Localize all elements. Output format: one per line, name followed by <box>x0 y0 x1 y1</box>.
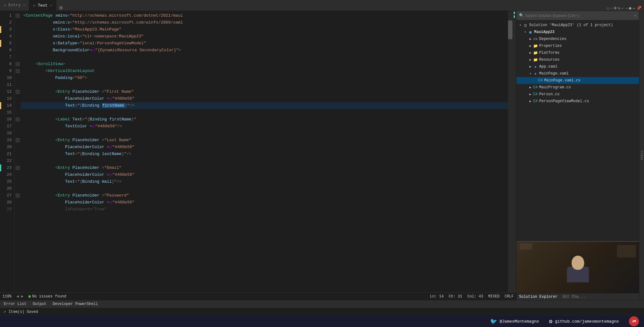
toolbar-icon-pencil[interactable]: ✏ <box>633 6 635 11</box>
se-item-properties[interactable]: ▶ 📁 Properties <box>517 42 639 49</box>
se-item-solution[interactable]: ▾ ◫ Solution 'MauiApp23' (1 of 1 project… <box>517 22 639 29</box>
se-item-platforms[interactable]: ▶ 📁 Platforms <box>517 49 639 56</box>
mainpagexaml-icon: ◈ <box>533 71 538 76</box>
github-handle: github.com/jamesmontemagno <box>555 319 619 324</box>
se-properties-label: Properties <box>539 44 562 48</box>
items-saved-label: ✓ <box>4 309 6 314</box>
code-line-26 <box>21 185 508 192</box>
tab-entry[interactable]: ◇ Entry ✕ <box>0 0 29 11</box>
scrollbar-thumb[interactable] <box>508 20 512 39</box>
mauiprogramcs-noarrow: ▶ <box>528 85 533 90</box>
vertical-scrollbar[interactable] <box>508 11 512 292</box>
toolbar-icon-back[interactable]: ← <box>622 6 624 11</box>
collapse-16[interactable]: - <box>16 118 20 121</box>
webcam-overlay <box>517 241 639 293</box>
se-tree: ▾ ◫ Solution 'MauiApp23' (1 of 1 project… <box>517 20 639 241</box>
toolbar-icon-stop[interactable]: ◼ <box>629 6 631 11</box>
code-line-18 <box>21 130 508 137</box>
mauiapp23-icon: ▣ <box>528 30 533 35</box>
navigation-arrows[interactable]: ◀ ▶ <box>17 294 24 299</box>
se-personpageviewmodelcs-label: PersonPageViewModel.cs <box>539 99 589 103</box>
mode-info: MIXED <box>488 294 500 299</box>
collapse-1[interactable]: - <box>16 14 20 18</box>
appxaml-arrow: ▶ <box>528 64 533 69</box>
tab-error-list[interactable]: Error List <box>3 301 28 307</box>
github-item[interactable]: ⚙ github.com/jamesmontemagno <box>549 318 619 325</box>
code-line-20: ________________ PlaceholderColor ="#460… <box>21 144 508 151</box>
solution-icon: ◫ <box>523 23 528 28</box>
add-tab-button[interactable]: ⊕ <box>56 5 65 11</box>
se-item-dependencies[interactable]: ▶ #⊕ Dependencies <box>517 36 639 42</box>
resources-arrow: ▶ <box>528 57 533 62</box>
code-line-21: ________________ Text="{Binding lastName… <box>21 151 508 158</box>
tab-text-close[interactable]: ✕ <box>50 3 52 8</box>
code-editor[interactable]: <ContentPage xmlns="http://schemas.micro… <box>21 11 508 292</box>
mainpagexamlcs-icon: C# <box>538 78 543 83</box>
mainpagexaml-arrow: ▾ <box>528 71 533 76</box>
toolbar-icon-refresh[interactable]: ↻ <box>618 6 620 11</box>
collapse-12[interactable]: - <box>16 90 20 94</box>
bottom-info-bar: ✓ Item(s) Saved <box>0 308 644 316</box>
code-line-27: ____________ <Entry Placeholder ="Passwo… <box>21 192 508 199</box>
tab-output[interactable]: Output <box>31 301 48 307</box>
code-line-4: ___________ xmlns:local="clr-namespace:M… <box>21 33 508 40</box>
zoom-level: 110% <box>3 294 12 299</box>
personcs-noarrow: ▶ <box>528 92 533 97</box>
se-resources-label: Resources <box>539 58 560 62</box>
collapse-9[interactable]: - <box>16 69 20 73</box>
se-platforms-label: Platforms <box>539 51 560 55</box>
collapse-19[interactable]: - <box>16 138 20 142</box>
se-tab-solution-explorer[interactable]: Solution Explorer <box>519 295 557 299</box>
collapse-23[interactable]: - <box>16 166 20 170</box>
toolbar-icon-forward[interactable]: → <box>625 6 628 11</box>
se-tab-git[interactable]: Git Cha... <box>562 295 585 299</box>
social-bar: 🐦 @JamesMontemagno ⚙ github.com/jamesmon… <box>0 316 644 327</box>
platforms-icon: 📁 <box>533 50 538 55</box>
code-line-14: ________________ Text="{Binding firstNam… <box>21 102 508 109</box>
se-item-personpageviewmodelcs[interactable]: ▶ C# PersonPageViewModel.cs <box>517 98 639 105</box>
code-line-25: ________________ Text="{Binding mail}"/> <box>21 178 508 185</box>
right-panel-label: rties <box>640 151 643 160</box>
code-line-16: ____________ <Label Text="{Binding first… <box>21 116 508 123</box>
clear-search-icon[interactable]: ✕ <box>634 13 636 18</box>
mauiapp23-arrow: ▾ <box>523 30 528 35</box>
code-line-28: ________________ PlaceholderColor ="#460… <box>21 199 508 206</box>
se-item-resources[interactable]: ▶ 📁 Resources <box>517 56 639 63</box>
solution-explorer: 🔍 ✕ ▾ ◫ Solution 'MauiApp23' (1 of 1 pro… <box>516 11 639 300</box>
properties-icon: 📁 <box>533 43 538 48</box>
code-line-10: ____________ Padding="60"> <box>21 75 508 81</box>
collapse-8[interactable]: - <box>16 62 20 66</box>
tab-entry-close[interactable]: ✕ <box>23 3 25 7</box>
twitter-icon: 🐦 <box>490 318 497 325</box>
se-item-mainpagexaml[interactable]: ▾ ◈ MainPage.xaml <box>517 70 639 77</box>
se-search-input[interactable] <box>525 14 633 18</box>
tab-text[interactable]: ◇ Text ✕ <box>29 0 56 11</box>
code-line-15 <box>21 109 508 116</box>
mainpagexamlcs-noarrow <box>533 78 538 83</box>
toolbar-icon-grid[interactable]: ⊞ <box>614 6 617 11</box>
tab-developer-powershell[interactable]: Developer PowerShell <box>51 301 99 307</box>
se-item-personcs[interactable]: ▶ C# Person.cs <box>517 91 639 98</box>
toolbar-icon-pin[interactable]: 📌 <box>636 6 641 11</box>
no-issues-indicator: No issues found <box>28 294 66 299</box>
code-line-24: ________________ PlaceholderColor ="#460… <box>21 171 508 178</box>
se-item-appxaml[interactable]: ▶ ◈ App.xaml <box>517 63 639 70</box>
code-line-23: ____________ <Entry Placeholder ="Email" <box>21 164 508 171</box>
toolbar-icon-bookmark[interactable]: ☆ <box>610 6 613 11</box>
code-line-13: ________________ PlaceholderColor ="#460… <box>21 95 508 102</box>
col-info: Col: 43 <box>467 294 483 299</box>
github-icon: ⚙ <box>549 318 552 325</box>
collapse-27[interactable]: - <box>16 194 20 197</box>
gutter-icons: - - - - - - <box>14 11 21 292</box>
se-item-mainpagexamlcs[interactable]: C# MainPage.xaml.cs <box>517 77 639 84</box>
toolbar-icon-home[interactable]: ⌂ <box>607 6 609 11</box>
code-line-11 <box>21 81 508 88</box>
minimap-indicator <box>512 11 516 292</box>
mauiprogramcs-icon: C# <box>533 85 538 90</box>
se-item-mauiprogramcs[interactable]: ▶ C# MauiProgram.cs <box>517 84 639 91</box>
twitter-item[interactable]: 🐦 @JamesMontemagno <box>490 318 539 325</box>
se-item-mauiapp23[interactable]: ▾ ▣ MauiApp23 <box>517 29 639 36</box>
code-line-2: ___________ xmlns:x="http://schemas.micr… <box>21 19 508 26</box>
search-icon: 🔍 <box>519 13 524 18</box>
eol-info: CRLF <box>505 294 514 299</box>
